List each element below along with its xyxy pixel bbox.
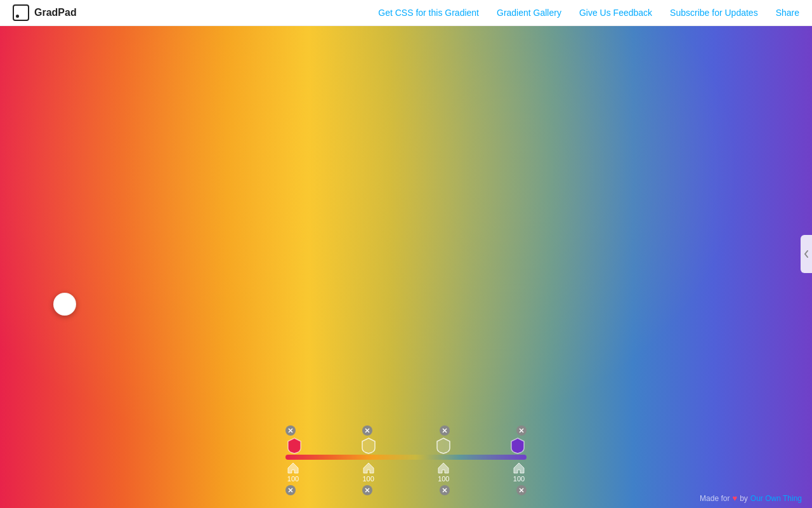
give-feedback-link[interactable]: Give Us Feedback (579, 8, 652, 18)
x-icon (288, 428, 293, 433)
house-stop-1[interactable]: 100 (361, 461, 376, 483)
close-stop-2[interactable] (440, 425, 450, 436)
color-stop-1[interactable] (360, 437, 377, 455)
color-stop-2[interactable] (435, 437, 452, 455)
stop-value-3: 100 (513, 475, 525, 483)
x-icon (365, 428, 370, 433)
color-stop-3[interactable] (509, 437, 527, 455)
x-icon (519, 488, 524, 493)
stop-value-2: 100 (438, 475, 449, 483)
close-stop-bottom-3[interactable] (516, 485, 527, 495)
logo-area[interactable]: GradPad (13, 4, 77, 21)
close-stop-1[interactable] (362, 425, 372, 436)
subscribe-link[interactable]: Subscribe for Updates (670, 8, 758, 18)
footer-by: by (740, 494, 748, 503)
house-icon-1 (361, 461, 376, 475)
left-handle[interactable] (53, 293, 76, 316)
heart-icon: ♥ (732, 493, 737, 503)
right-panel-tab[interactable] (801, 235, 812, 273)
house-icon-2 (436, 461, 451, 475)
house-stop-3[interactable]: 100 (511, 461, 527, 483)
x-icon (519, 428, 524, 433)
bottom-controls: 100 100 100 100 (266, 425, 546, 495)
footer: Made for ♥ by Our Own Thing (700, 493, 802, 503)
x-icon (288, 488, 293, 493)
close-stop-bottom-0[interactable] (285, 485, 296, 495)
close-stop-bottom-2[interactable] (440, 485, 450, 495)
footer-made-for: Made for (700, 494, 730, 503)
shield-icon-2 (435, 437, 452, 455)
logo-icon (13, 4, 29, 21)
logo-text: GradPad (34, 7, 77, 18)
gradient-track[interactable] (285, 455, 527, 460)
shield-icon-0 (285, 437, 303, 455)
close-stop-bottom-1[interactable] (362, 485, 372, 495)
close-stop-0[interactable] (285, 425, 296, 436)
close-buttons-top-row (285, 425, 527, 436)
x-icon (442, 428, 447, 433)
shield-markers-row (285, 437, 527, 455)
gradient-gallery-link[interactable]: Gradient Gallery (497, 8, 561, 18)
shield-icon-1 (360, 437, 377, 455)
navbar: GradPad Get CSS for this Gradient Gradie… (0, 0, 812, 26)
chevron-left-icon (804, 250, 809, 258)
logo-icon-dot (16, 15, 19, 18)
get-css-link[interactable]: Get CSS for this Gradient (378, 8, 479, 18)
house-stop-2[interactable]: 100 (436, 461, 451, 483)
share-link[interactable]: Share (776, 8, 799, 18)
color-stop-0[interactable] (285, 437, 303, 455)
house-row: 100 100 100 100 (285, 461, 527, 483)
stop-value-1: 100 (362, 475, 374, 483)
close-buttons-bottom-row (285, 485, 527, 495)
house-icon-3 (511, 461, 527, 475)
close-stop-3[interactable] (516, 425, 527, 436)
x-icon (442, 488, 447, 493)
house-stop-0[interactable]: 100 (285, 461, 301, 483)
stop-value-0: 100 (287, 475, 299, 483)
x-icon (365, 488, 370, 493)
shield-icon-3 (509, 437, 527, 455)
footer-company-link[interactable]: Our Own Thing (750, 494, 802, 503)
nav-links: Get CSS for this Gradient Gradient Galle… (378, 8, 799, 18)
house-icon-0 (285, 461, 301, 475)
